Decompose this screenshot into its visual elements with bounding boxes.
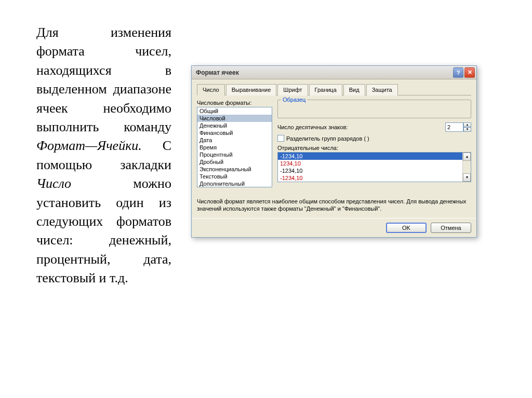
decimal-input[interactable]: [445, 122, 463, 132]
separator-row[interactable]: Разделитель групп разрядов ( ): [277, 135, 471, 142]
negative-item-3[interactable]: -1234,10: [278, 174, 471, 182]
titlebar: Формат ячеек ? ✕: [192, 66, 476, 79]
format-item-special[interactable]: Дополнительный: [197, 180, 272, 187]
negative-item-0[interactable]: -1234,10: [278, 153, 471, 160]
spinner-up-icon[interactable]: ▲: [463, 122, 471, 127]
tab-view[interactable]: Вид: [343, 84, 365, 95]
format-item-time[interactable]: Время: [197, 144, 272, 151]
format-item-accounting[interactable]: Финансовый: [197, 129, 272, 136]
formats-label: Числовые форматы:: [197, 100, 272, 106]
ok-button[interactable]: OK: [386, 223, 427, 233]
negative-item-1[interactable]: 1234,10: [278, 160, 471, 167]
sample-group: Образец: [277, 100, 471, 118]
format-item-date[interactable]: Дата: [197, 136, 272, 144]
negative-listbox[interactable]: -1234,10 1234,10 -1234,10 -1234,10 ▴ ▾: [277, 152, 471, 182]
format-item-fraction[interactable]: Дробный: [197, 158, 272, 166]
dialog-button-row: OK Отмена: [192, 218, 476, 237]
decimal-spinner[interactable]: ▲ ▼: [445, 122, 471, 132]
negative-scrollbar[interactable]: ▴ ▾: [462, 153, 471, 182]
format-item-currency[interactable]: Денежный: [197, 122, 272, 129]
spinner-buttons: ▲ ▼: [463, 122, 471, 132]
tab-alignment[interactable]: Выравнивание: [226, 84, 277, 95]
decimal-row: Число десятичных знаков: ▲ ▼: [277, 122, 471, 132]
format-item-scientific[interactable]: Экспоненциальный: [197, 166, 272, 173]
separator-checkbox[interactable]: [277, 135, 284, 142]
format-hint: Числовой формат является наиболее общим …: [197, 198, 471, 213]
format-cells-dialog: Формат ячеек ? ✕ Число Выравнивание Шриф…: [191, 65, 477, 238]
desc-part-1: Формат—Ячейки.: [36, 138, 142, 153]
tab-protection[interactable]: Защита: [366, 84, 398, 95]
spinner-down-icon[interactable]: ▼: [463, 127, 471, 132]
scroll-down-icon[interactable]: ▾: [463, 173, 471, 182]
description-text: Для изменения формата чисел, находящихся…: [36, 23, 171, 287]
close-button[interactable]: ✕: [464, 67, 475, 78]
dialog-body: Число Выравнивание Шрифт Граница Вид Защ…: [192, 79, 476, 218]
desc-part-0: Для изменения формата чисел, находящихся…: [36, 25, 171, 134]
format-item-number[interactable]: Числовой: [197, 115, 272, 122]
formats-listbox[interactable]: Общий Числовой Денежный Финансовый Дата …: [197, 107, 272, 187]
options-column: Образец Число десятичных знаков: ▲ ▼ Раз…: [277, 100, 471, 187]
desc-part-4: можно установить один из следующих форма…: [36, 176, 171, 285]
tab-strip: Число Выравнивание Шрифт Граница Вид Защ…: [197, 84, 471, 95]
separator-label: Разделитель групп разрядов ( ): [286, 135, 369, 142]
titlebar-buttons: ? ✕: [453, 67, 475, 78]
content-row: Числовые форматы: Общий Числовой Денежны…: [197, 100, 471, 187]
tab-font[interactable]: Шрифт: [277, 84, 308, 95]
scroll-up-icon[interactable]: ▴: [463, 153, 471, 161]
sample-label: Образец: [281, 97, 307, 103]
tab-number[interactable]: Число: [197, 84, 225, 95]
dialog-title: Формат ячеек: [196, 69, 453, 76]
format-item-general[interactable]: Общий: [197, 107, 272, 115]
desc-part-3: Число: [36, 176, 71, 191]
negative-label: Отрицательные числа:: [277, 145, 471, 151]
format-item-text[interactable]: Текстовый: [197, 173, 272, 180]
cancel-button[interactable]: Отмена: [431, 223, 471, 233]
tab-border[interactable]: Граница: [309, 84, 342, 95]
format-item-percent[interactable]: Процентный: [197, 151, 272, 158]
formats-column: Числовые форматы: Общий Числовой Денежны…: [197, 100, 272, 187]
negative-item-2[interactable]: -1234,10: [278, 167, 471, 174]
help-button[interactable]: ?: [453, 67, 463, 78]
decimal-label: Число десятичных знаков:: [277, 124, 445, 130]
